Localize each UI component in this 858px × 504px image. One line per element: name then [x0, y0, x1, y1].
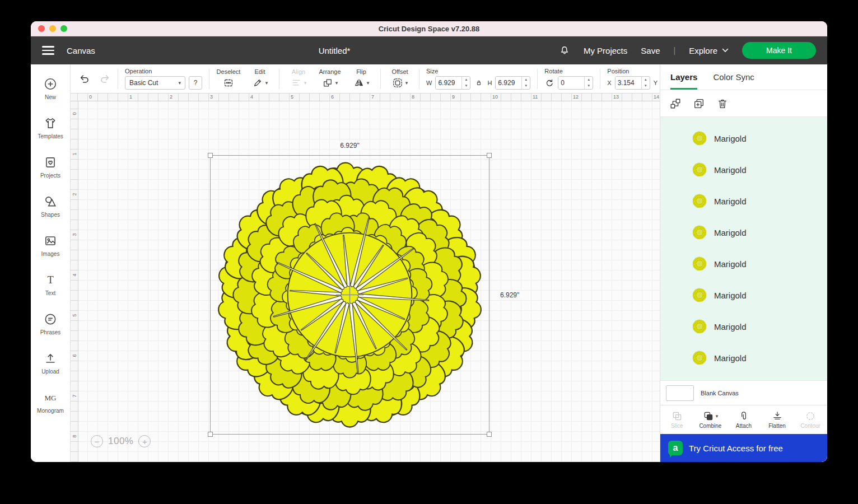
undo-button[interactable]: [78, 73, 91, 85]
layer-name: Marigold: [714, 353, 747, 363]
deselect-button[interactable]: Deselect: [216, 68, 241, 90]
panel-tabs: Layers Color Sync: [660, 64, 827, 90]
flip-menu[interactable]: Flip ▾: [349, 68, 374, 90]
document-title: Untitled*: [290, 46, 379, 55]
edit-menu[interactable]: Edit ▾: [248, 68, 272, 90]
sidebar-item-shapes[interactable]: Shapes: [31, 186, 70, 226]
layer-row[interactable]: Marigold: [660, 123, 827, 154]
header-divider: |: [674, 46, 676, 55]
width-input[interactable]: [436, 77, 461, 89]
height-axis-label: H: [487, 80, 492, 86]
layer-row[interactable]: Marigold: [660, 154, 827, 185]
layer-row[interactable]: Marigold: [660, 185, 827, 217]
project-board-icon: [43, 155, 58, 170]
ruler-number: 5: [71, 310, 78, 351]
ruler-number: 8: [410, 94, 450, 101]
zoom-in-button[interactable]: +: [138, 435, 151, 447]
blank-canvas-row[interactable]: Blank Canvas: [660, 380, 827, 405]
combine-button[interactable]: ▾ Combine: [694, 405, 728, 434]
sidebar-item-projects[interactable]: Projects: [31, 147, 70, 186]
notifications-bell-icon[interactable]: [559, 45, 570, 56]
height-stepper[interactable]: ▴▾: [521, 77, 530, 89]
ruler-number: 7: [370, 94, 410, 101]
layer-name: Marigold: [714, 291, 747, 300]
rotate-icon[interactable]: [544, 78, 554, 88]
tab-color-sync[interactable]: Color Sync: [713, 64, 754, 90]
edit-toolbar: Operation Basic Cut ▾ ? Deselect: [71, 64, 660, 94]
resize-handle-bottom-right[interactable]: [487, 432, 492, 437]
lock-ratio-icon[interactable]: [474, 78, 484, 88]
phrases-icon: [43, 312, 58, 326]
upload-icon: [43, 351, 58, 366]
layer-row[interactable]: Marigold: [660, 217, 827, 248]
cricut-access-banner[interactable]: a Try Cricut Access for free: [660, 434, 827, 462]
attach-button[interactable]: Attach: [727, 405, 761, 434]
canvas-area[interactable]: 01234567891011121314 012345678: [71, 94, 660, 462]
position-x-input[interactable]: [615, 77, 641, 89]
rotate-stepper[interactable]: ▴▾: [584, 77, 593, 89]
left-sidebar: New Templates Projects Shapes Images T T…: [31, 64, 71, 462]
chevron-down-icon: ▾: [716, 413, 719, 419]
make-it-button[interactable]: Make It: [742, 42, 816, 59]
minimize-button[interactable]: [49, 25, 56, 32]
sidebar-item-images[interactable]: Images: [31, 226, 70, 265]
help-button[interactable]: ?: [189, 76, 202, 90]
width-stepper[interactable]: ▴▾: [461, 77, 470, 89]
arrange-menu[interactable]: Arrange ▾: [318, 68, 342, 90]
zoom-out-button[interactable]: −: [91, 435, 103, 447]
sidebar-item-upload[interactable]: Upload: [31, 343, 70, 382]
delete-icon[interactable]: [716, 97, 729, 110]
sidebar-item-monogram[interactable]: MG Monogram: [31, 382, 70, 422]
layer-row[interactable]: Marigold: [660, 248, 827, 279]
save-link[interactable]: Save: [641, 46, 660, 55]
operation-select[interactable]: Basic Cut ▾: [125, 76, 185, 90]
marigold-thumbnail: [692, 194, 707, 208]
fullscreen-button[interactable]: [60, 25, 67, 32]
x-axis-label: X: [607, 80, 611, 86]
rotate-input[interactable]: [558, 77, 584, 89]
layer-row[interactable]: Marigold: [660, 279, 827, 311]
duplicate-icon[interactable]: [693, 97, 705, 110]
menu-icon[interactable]: [42, 46, 54, 55]
resize-handle-top-left[interactable]: [208, 153, 213, 158]
layer-name: Marigold: [714, 228, 747, 237]
ruler-number: 4: [71, 270, 78, 310]
sidebar-item-text[interactable]: T Text: [31, 265, 70, 304]
sidebar-item-templates[interactable]: Templates: [31, 108, 70, 147]
canvas-view-label: Canvas: [67, 46, 95, 55]
selection-box[interactable]: 6.929" 6.929": [210, 155, 489, 435]
explore-menu[interactable]: Explore: [689, 46, 729, 55]
resize-handle-bottom-left[interactable]: [208, 432, 213, 437]
deselect-icon: [222, 77, 235, 89]
y-axis-label: Y: [654, 80, 658, 86]
canvas-color-swatch[interactable]: [666, 385, 694, 401]
contour-button: Contour: [794, 405, 827, 434]
layer-row[interactable]: Marigold: [660, 311, 827, 342]
offset-menu[interactable]: Offset ▾: [388, 68, 412, 90]
marigold-image[interactable]: [211, 156, 489, 434]
cricut-access-icon: a: [668, 441, 683, 455]
explore-label: Explore: [689, 46, 717, 55]
shirt-icon: [43, 116, 58, 130]
position-x-stepper[interactable]: ▴▾: [641, 77, 650, 89]
ruler-number: 6: [71, 351, 78, 391]
chevron-down-icon: ▾: [265, 80, 268, 86]
layer-row[interactable]: Marigold: [660, 342, 827, 374]
ruler-number: 9: [450, 94, 491, 101]
close-button[interactable]: [38, 25, 45, 32]
flatten-button[interactable]: Flatten: [761, 405, 794, 434]
marigold-thumbnail: [692, 225, 707, 240]
resize-handle-top-right[interactable]: [487, 153, 492, 158]
my-projects-link[interactable]: My Projects: [584, 46, 627, 55]
height-dimension-label: 6.929": [498, 291, 521, 300]
sidebar-item-new[interactable]: New: [31, 69, 70, 108]
layer-name: Marigold: [714, 259, 747, 269]
operation-section: Operation Basic Cut ▾ ?: [125, 68, 202, 90]
chevron-down-icon: ▾: [335, 80, 338, 86]
group-icon[interactable]: [669, 97, 682, 110]
ruler-number: 7: [71, 391, 78, 431]
ruler-number: 11: [531, 94, 571, 101]
sidebar-item-phrases[interactable]: Phrases: [31, 304, 70, 343]
height-input[interactable]: [496, 77, 521, 89]
tab-layers[interactable]: Layers: [670, 64, 697, 90]
